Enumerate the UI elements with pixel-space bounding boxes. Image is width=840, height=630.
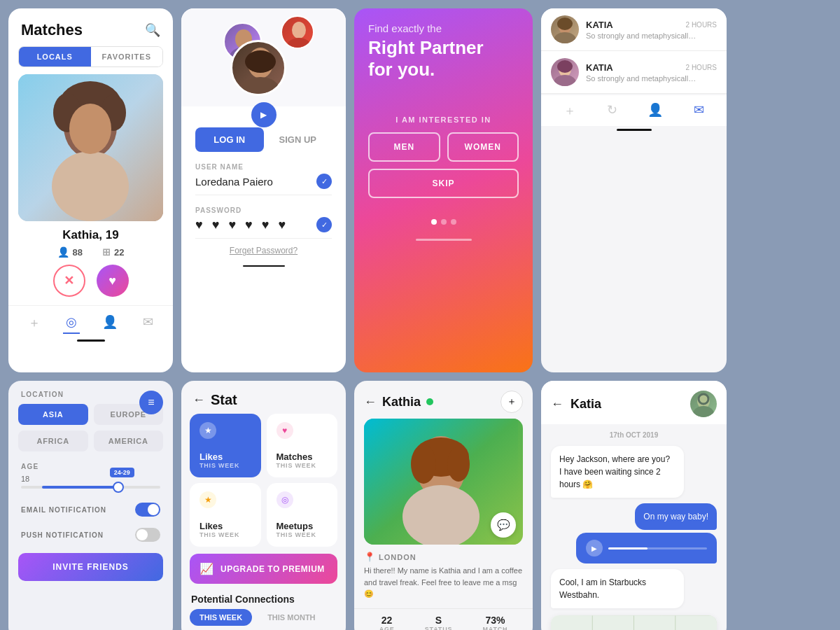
dot-3: [451, 219, 456, 225]
age-stat: 22 AGE: [379, 615, 395, 631]
matches-sublabel: THIS WEEK: [276, 462, 328, 469]
like-button[interactable]: ♥: [97, 265, 129, 297]
username-field: USER NAME Loredana Paiero ✓: [195, 163, 332, 195]
add-nav-icon[interactable]: ＋: [25, 312, 43, 334]
headline1: Right Partner: [368, 37, 519, 59]
stat-card: ← Stat ★ Likes THIS WEEK ♥ Matches THIS …: [181, 381, 346, 630]
meetups-label: Meetups: [276, 521, 328, 531]
toggle-circle-email: [148, 504, 159, 515]
men-button[interactable]: MEN: [368, 132, 440, 162]
audio-play-icon[interactable]: ▶: [586, 540, 603, 556]
this-month-tab[interactable]: THIS MONTH: [258, 609, 325, 626]
user-icon[interactable]: 👤: [648, 102, 663, 119]
svg-point-10: [287, 38, 311, 49]
message-nav-icon[interactable]: ✉: [140, 312, 156, 334]
mail-icon[interactable]: ✉: [694, 102, 704, 119]
email-notification-toggle[interactable]: [135, 503, 160, 517]
password-check-icon: ✓: [316, 217, 332, 232]
likes2-sublabel: THIS WEEK: [200, 531, 251, 538]
photos-count: 22: [114, 247, 124, 258]
settings-card: ≡ LOCATION ASIA EUROPE AFRICA AMERICA AG…: [8, 381, 173, 630]
audio-progress-bar: [608, 547, 707, 550]
audio-bubble[interactable]: ▶: [576, 533, 717, 564]
likes-stat-card[interactable]: ★ Likes THIS WEEK: [190, 414, 261, 477]
women-button[interactable]: WOMEN: [447, 132, 519, 162]
bubble-received-text-1: Hey Jackson, where are you?I have been w…: [551, 446, 684, 498]
login-tab-signup[interactable]: SIGN UP: [264, 127, 332, 152]
audio-fill: [608, 547, 648, 550]
location-map-preview: [551, 615, 717, 630]
invite-friends-button[interactable]: INVITE FRIENDS: [18, 553, 163, 581]
likes-sublabel: THIS WEEK: [200, 462, 251, 469]
profile-detail-card: ← Kathia ＋: [354, 381, 533, 630]
age-value: 22: [379, 615, 395, 626]
svg-point-12: [245, 50, 276, 73]
chat-time-2: 2 HOURS: [686, 64, 717, 71]
menu-button[interactable]: ≡: [139, 391, 163, 414]
skip-button[interactable]: SKIP: [368, 169, 519, 198]
password-label: PASSWORD: [195, 206, 332, 214]
matches-title: Matches: [21, 21, 83, 39]
refresh-icon[interactable]: ↻: [607, 102, 617, 119]
dot-2: [441, 219, 447, 225]
bottom-bar: [416, 239, 472, 241]
chat-name-2: KATIA: [586, 62, 613, 73]
tab-locals[interactable]: LOCALS: [19, 47, 91, 66]
reject-button[interactable]: ✕: [53, 265, 85, 297]
add-profile-button[interactable]: ＋: [500, 391, 523, 413]
right-partner-card: Find exactly the Right Partner for you. …: [354, 8, 533, 372]
upgrade-text: UPGRADE TO PREMIUM: [220, 564, 325, 574]
location-pin-icon: 📍: [364, 552, 375, 562]
explore-nav-icon[interactable]: ◎: [63, 312, 80, 334]
message-button[interactable]: 💬: [491, 512, 516, 538]
chat-back-icon[interactable]: ←: [551, 397, 564, 412]
chat-item-1[interactable]: KATIA 2 HOURS So strongly and metaphysic…: [541, 8, 727, 51]
slider-thumb[interactable]: 24-29: [113, 482, 124, 493]
svg-point-9: [292, 22, 306, 38]
match-stat: 73% MATCH: [483, 615, 508, 631]
likes2-stat-card[interactable]: ★ Likes THIS WEEK: [190, 483, 261, 547]
matches-icon: ♥: [276, 422, 293, 439]
add-icon[interactable]: ＋: [564, 102, 576, 119]
message-received-1: Hey Jackson, where are you?I have been w…: [541, 443, 727, 500]
location-buttons: ASIA EUROPE AFRICA AMERICA: [18, 404, 163, 451]
search-icon[interactable]: 🔍: [145, 22, 160, 38]
chat-partner-avatar: [690, 391, 717, 417]
gender-buttons: MEN WOMEN: [368, 132, 519, 162]
location-america[interactable]: AMERICA: [94, 430, 164, 451]
matches-card: Matches 🔍 LOCALS FAVORITES: [8, 8, 173, 372]
location-africa[interactable]: AFRICA: [18, 430, 88, 451]
login-tabs: LOG IN SIGN UP: [195, 127, 332, 152]
profile-nav-icon[interactable]: 👤: [99, 312, 120, 334]
chat-item-2[interactable]: KATIA 2 HOURS So strongly and metaphysic…: [541, 51, 727, 94]
upgrade-button[interactable]: 📈 UPGRADE TO PREMIUM: [190, 554, 337, 584]
tab-favorites[interactable]: FAVORITES: [91, 47, 163, 66]
username-value[interactable]: Loredana Paiero: [195, 176, 273, 188]
chat-info-1: KATIA 2 HOURS So strongly and metaphysic…: [586, 20, 717, 40]
dot-1: [431, 219, 437, 225]
stat-cards-grid: ★ Likes THIS WEEK ♥ Matches THIS WEEK ★ …: [190, 414, 337, 547]
password-value[interactable]: ♥ ♥ ♥ ♥ ♥ ♥: [195, 218, 288, 232]
profile-back-arrow[interactable]: ←: [364, 395, 377, 410]
location-message-card[interactable]: LOCATION: [551, 615, 717, 630]
age-section-label: AGE: [21, 463, 160, 470]
chat-avatar-1: [551, 15, 579, 43]
login-tab-login[interactable]: LOG IN: [195, 127, 264, 152]
bottom-nav: ＋ ◎ 👤 ✉: [8, 305, 173, 337]
status-value: S: [425, 615, 452, 626]
push-notification-toggle[interactable]: [135, 528, 160, 542]
chat-date: 17th OCT 2019: [541, 424, 727, 443]
this-week-tab[interactable]: THIS WEEK: [190, 609, 252, 626]
followers-stat: 👤 88: [57, 246, 83, 258]
matches-stat-card[interactable]: ♥ Matches THIS WEEK: [267, 414, 338, 477]
location-asia[interactable]: ASIA: [18, 404, 88, 425]
back-arrow-icon[interactable]: ←: [192, 393, 205, 407]
meetups-sublabel: THIS WEEK: [276, 531, 328, 538]
svg-point-16: [557, 18, 573, 30]
profile-bio: Hi there!! My name is Kathia and I am a …: [354, 565, 533, 607]
photos-stat: ⊞ 22: [102, 246, 124, 258]
person-icon: 👤: [57, 246, 69, 258]
age-slider[interactable]: 24-29: [21, 486, 160, 489]
forgot-password-link[interactable]: Forget Password?: [181, 246, 346, 255]
meetups-stat-card[interactable]: ◎ Meetups THIS WEEK: [267, 483, 338, 547]
